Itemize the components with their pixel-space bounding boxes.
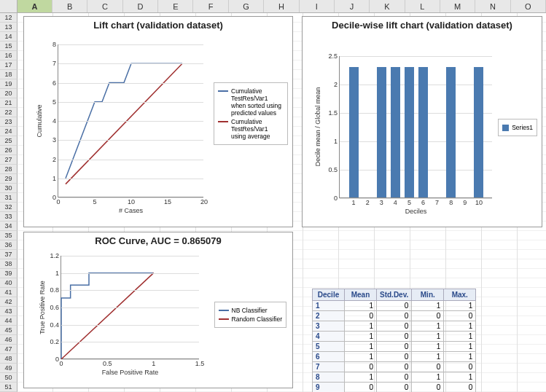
x-tick: 5: [407, 197, 411, 206]
row-header-30[interactable]: 30: [0, 184, 17, 193]
table-row[interactable]: 41011: [313, 332, 476, 342]
row-header-48[interactable]: 48: [0, 354, 17, 364]
column-header-K[interactable]: K: [370, 0, 405, 12]
y-tick: 0.2: [50, 338, 61, 345]
row-header-46[interactable]: 46: [0, 335, 17, 345]
column-header-M[interactable]: M: [440, 0, 475, 12]
table-cell: 0: [345, 311, 377, 321]
y-axis-label: Cumulative: [36, 104, 43, 137]
column-header-A[interactable]: A: [17, 0, 52, 12]
table-row[interactable]: 70000: [313, 362, 476, 372]
row-header-20[interactable]: 20: [0, 89, 17, 98]
table-cell: 1: [444, 301, 476, 311]
x-axis-label: Deciles: [405, 208, 427, 215]
column-header-D[interactable]: D: [123, 0, 158, 12]
row-header-18[interactable]: 18: [0, 70, 17, 79]
column-header-I[interactable]: I: [300, 0, 335, 12]
table-row[interactable]: 11011: [313, 301, 476, 311]
decile-chart[interactable]: Decile-wise lift chart (validation datas…: [302, 16, 542, 227]
row-header-49[interactable]: 49: [0, 364, 17, 373]
table-cell: 0: [377, 362, 412, 372]
chart-legend: Cumulative TestRes/Var1 when sorted usin…: [214, 82, 288, 145]
row-header-12[interactable]: 12: [0, 13, 17, 23]
table-row[interactable]: 90000: [313, 383, 476, 393]
x-tick: 1: [152, 358, 155, 367]
row-header-38[interactable]: 38: [0, 259, 17, 269]
row-header-19[interactable]: 19: [0, 79, 17, 89]
row-header-14[interactable]: 14: [0, 32, 17, 42]
table-row[interactable]: 61011: [313, 352, 476, 362]
table-cell: 1: [444, 352, 476, 362]
row-header-32[interactable]: 32: [0, 203, 17, 212]
row-header-47[interactable]: 47: [0, 345, 17, 354]
row-header-36[interactable]: 36: [0, 240, 17, 250]
row-header-42[interactable]: 42: [0, 297, 17, 307]
y-tick: 4: [52, 117, 58, 125]
table-row[interactable]: 31011: [313, 321, 476, 332]
row-header-45[interactable]: 45: [0, 326, 17, 335]
legend-label: Random Classifier: [232, 315, 282, 323]
row-header-13[interactable]: 13: [0, 23, 17, 32]
row-header-25[interactable]: 25: [0, 136, 17, 146]
decile-table[interactable]: DecileMeanStd.Dev.Min.Max.11011200003101…: [312, 289, 476, 392]
table-header: Min.: [412, 289, 444, 301]
row-header-37[interactable]: 37: [0, 250, 17, 259]
x-tick: 20: [200, 197, 208, 205]
row-header-27[interactable]: 27: [0, 155, 17, 165]
table-cell: 0: [377, 301, 412, 311]
row-header-17[interactable]: 17: [0, 60, 17, 70]
y-tick: 3: [52, 136, 58, 144]
column-header-O[interactable]: O: [511, 0, 546, 12]
column-header-C[interactable]: C: [87, 0, 122, 12]
row-header-21[interactable]: 21: [0, 98, 17, 108]
column-header-F[interactable]: F: [193, 0, 228, 12]
table-row[interactable]: 51011: [313, 342, 476, 352]
row-header-15[interactable]: 15: [0, 42, 17, 51]
row-header-34[interactable]: 34: [0, 222, 17, 231]
table-cell: 0: [377, 311, 412, 321]
row-header-44[interactable]: 44: [0, 316, 17, 326]
row-header-26[interactable]: 26: [0, 146, 17, 155]
column-header-J[interactable]: J: [335, 0, 370, 12]
table-cell: 1: [444, 342, 476, 352]
roc-chart[interactable]: ROC Curve, AUC = 0.865079 True Positive …: [23, 232, 293, 388]
row-header-22[interactable]: 22: [0, 108, 17, 117]
row-header-50[interactable]: 50: [0, 373, 17, 383]
x-tick: 8: [449, 197, 453, 206]
table-cell: 1: [412, 372, 444, 383]
y-tick: 0.4: [50, 321, 61, 329]
table-cell: 8: [313, 372, 345, 383]
column-header-N[interactable]: N: [475, 0, 510, 12]
y-tick: 2.5: [328, 52, 340, 60]
row-header-16[interactable]: 16: [0, 51, 17, 60]
row-header-51[interactable]: 51: [0, 383, 17, 392]
legend-label: NB Classifier: [232, 307, 268, 314]
table-cell: 0: [377, 383, 412, 393]
table-cell: 6: [313, 352, 345, 362]
column-header-E[interactable]: E: [158, 0, 193, 12]
row-header-28[interactable]: 28: [0, 165, 17, 174]
row-header-23[interactable]: 23: [0, 117, 17, 127]
row-header-41[interactable]: 41: [0, 288, 17, 297]
row-header-31[interactable]: 31: [0, 193, 17, 203]
table-row[interactable]: 81011: [313, 372, 476, 383]
table-cell: 5: [313, 342, 345, 352]
row-header-24[interactable]: 24: [0, 127, 17, 136]
row-header-35[interactable]: 35: [0, 231, 17, 240]
table-cell: 0: [444, 311, 476, 321]
y-tick: 7: [52, 60, 58, 67]
column-header-H[interactable]: H: [264, 0, 299, 12]
lift-chart[interactable]: Lift chart (validation dataset) Cumulati…: [23, 16, 293, 227]
row-header-29[interactable]: 29: [0, 174, 17, 184]
worksheet-area[interactable]: Lift chart (validation dataset) Cumulati…: [17, 13, 546, 392]
column-header-B[interactable]: B: [52, 0, 87, 12]
table-cell: 0: [345, 362, 377, 372]
legend-label: Cumulative TestRes/Var1 when sorted usin…: [231, 87, 284, 117]
column-header-L[interactable]: L: [405, 0, 440, 12]
table-row[interactable]: 20000: [313, 311, 476, 321]
row-header-43[interactable]: 43: [0, 307, 17, 316]
row-header-39[interactable]: 39: [0, 269, 17, 278]
column-header-G[interactable]: G: [229, 0, 264, 12]
row-header-33[interactable]: 33: [0, 212, 17, 222]
row-header-40[interactable]: 40: [0, 278, 17, 288]
